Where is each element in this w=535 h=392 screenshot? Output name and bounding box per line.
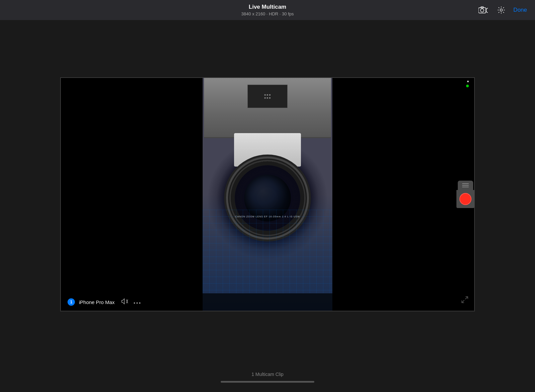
svg-point-9	[134, 302, 135, 304]
svg-rect-2	[481, 7, 484, 8]
clip-label: 1 Multicam Clip	[251, 372, 284, 377]
top-bar: Live Multicam 3840 x 2160 · HDR · 30 fps…	[0, 0, 535, 20]
handle-line-1	[462, 183, 469, 184]
right-panel	[332, 78, 474, 311]
record-panel	[456, 181, 474, 208]
svg-point-10	[136, 302, 138, 304]
camera-number-badge: 1	[68, 298, 75, 306]
settings-icon	[497, 6, 505, 14]
handle-lines	[462, 183, 469, 187]
record-handle	[458, 181, 473, 190]
mute-button[interactable]	[121, 298, 128, 306]
page-subtitle: 3840 x 2160 · HDR · 30 fps	[75, 11, 460, 16]
camera-feed: ■ ■ ■■ ■ ■ CANON ZOOM LENS EF 16-35mm 1:…	[203, 78, 332, 311]
footer-progress-bar	[221, 381, 314, 383]
top-bar-right: Done	[460, 5, 527, 15]
top-equipment: ■ ■ ■■ ■ ■	[204, 78, 331, 138]
lens-inner	[244, 175, 291, 221]
handle-line-2	[462, 185, 469, 186]
record-button[interactable]	[456, 190, 474, 208]
svg-point-6	[500, 9, 503, 11]
done-button[interactable]: Done	[513, 7, 527, 13]
handle-line-3	[462, 187, 469, 187]
svg-point-1	[480, 9, 484, 12]
svg-line-4	[486, 12, 488, 13]
record-circle	[459, 193, 471, 205]
more-options-button[interactable]	[133, 299, 141, 306]
page-title: Live Multicam	[75, 4, 460, 10]
camera-name-label: iPhone Pro Max	[79, 299, 115, 305]
lens-outer-ring	[231, 161, 304, 235]
equipment-label: ■ ■ ■■ ■ ■	[264, 93, 271, 99]
top-bar-center: Live Multicam 3840 x 2160 · HDR · 30 fps	[75, 4, 460, 16]
white-indicator	[467, 81, 469, 82]
svg-line-3	[486, 8, 488, 9]
footer: 1 Multicam Clip	[0, 362, 535, 392]
viewport-container: ■ ■ ■■ ■ ■ CANON ZOOM LENS EF 16-35mm 1:…	[60, 77, 475, 311]
svg-point-11	[139, 302, 140, 304]
camera-switch-button[interactable]	[477, 5, 489, 15]
camera-info-bar: 1 iPhone Pro Max	[61, 293, 474, 311]
camera-switch-icon	[478, 6, 488, 14]
green-indicator	[466, 85, 469, 87]
left-panel	[61, 78, 203, 311]
equipment-box: ■ ■ ■■ ■ ■	[247, 85, 288, 108]
main-content: ■ ■ ■■ ■ ■ CANON ZOOM LENS EF 16-35mm 1:…	[0, 20, 535, 362]
settings-button[interactable]	[496, 5, 507, 15]
